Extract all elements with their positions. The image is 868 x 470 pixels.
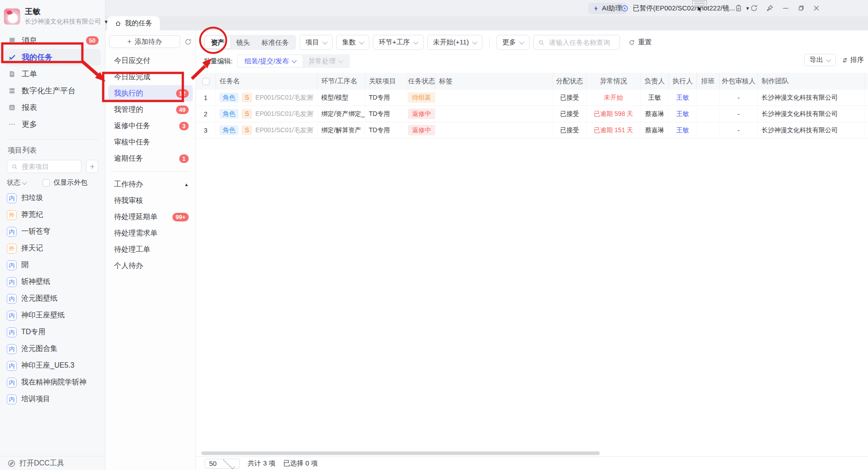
sidebar-item-report[interactable]: 报表 (0, 99, 105, 116)
table-header-cell: 标签 (435, 73, 553, 90)
panel-menu-item-label: 待我审核 (114, 196, 189, 206)
panel-refresh-icon[interactable] (184, 38, 192, 46)
outsource-only-checkbox[interactable] (43, 179, 50, 187)
panel-menu-item[interactable]: 返修中任务3 (108, 118, 193, 134)
panel-menu-item[interactable]: 审核中任务 (108, 134, 193, 150)
panel-menu-item[interactable]: 我管理的49 (108, 101, 193, 118)
table-row[interactable]: 2角色SEP001/SC01/毛发测试SXG绑定/资产绑定_m...TD专用返修… (196, 106, 868, 122)
export-dropdown[interactable]: 导出 (804, 54, 836, 66)
horizontal-scrollbar-thumb[interactable] (201, 451, 600, 455)
sort-button[interactable]: 排序 (842, 56, 864, 64)
panel-menu-item[interactable]: 今日应完成 (108, 69, 193, 85)
more-filters-dropdown[interactable]: 更多 (496, 35, 529, 50)
panel-menu-item[interactable]: 我执行的12 (108, 85, 193, 101)
reset-button[interactable]: 重置 (629, 38, 652, 47)
lightning-icon (593, 5, 599, 12)
project-item[interactable]: 内培训项目 (0, 391, 105, 408)
project-item[interactable]: 内TD专用 (0, 324, 105, 341)
project-type-tag: 内 (7, 294, 17, 304)
add-project-button[interactable] (86, 160, 98, 173)
table-row[interactable]: 1角色SEP001/SC01/毛发测试SXG模型/模型TD专用待组装已接受未开始… (196, 90, 868, 106)
project-search[interactable] (7, 160, 81, 173)
panel-menu-item[interactable]: 待处理工单 (108, 241, 193, 258)
project-name: 沧元图合集 (21, 344, 57, 354)
clipboard-icon[interactable] (734, 4, 743, 12)
project-item[interactable]: 内開 (0, 257, 105, 273)
company-caret-icon[interactable]: ▼ (104, 19, 109, 24)
type-tab-资产[interactable]: 资产 (205, 36, 230, 48)
caret-down-icon: ▼ (745, 6, 750, 11)
project-name: 扫垃圾 (21, 193, 43, 203)
task-search-input[interactable] (548, 38, 615, 47)
project-name: TD专用 (21, 327, 45, 337)
batch-edit-label: 批量编辑: (204, 57, 233, 66)
count-badge: 1 (179, 154, 189, 163)
maximize-icon[interactable] (797, 4, 805, 12)
project-item[interactable]: 内一斩苍穹 (0, 223, 105, 240)
titlebar: AI助理 已暂停(EP002/SC02/shot222/镜... ▼ (105, 0, 868, 16)
page-size-select[interactable]: 50 (205, 459, 240, 469)
project-item[interactable]: 外莽荒纪 (0, 206, 105, 223)
status-filter-dropdown[interactable]: 状态 (7, 178, 26, 187)
user-block[interactable]: 王敏 长沙神漫文化科技有限公司 ▼ (0, 0, 105, 30)
batch-assemble-dropdown[interactable]: 组装/提交/发布 (238, 55, 302, 67)
refresh-icon[interactable] (750, 4, 758, 12)
project-item[interactable]: 内沧元图壁纸 (0, 290, 105, 307)
panel-menu-item[interactable]: 今日应交付 (108, 53, 193, 69)
project-item[interactable]: 内神印王座_UE5.3 (0, 357, 105, 374)
sidebar-item-more[interactable]: 更多 (0, 116, 105, 133)
filter-dropdown[interactable]: 未开始(+11) (427, 35, 482, 50)
project-cell: TD专用 (365, 122, 408, 138)
table-empty-area (196, 139, 868, 451)
sidebar-item-platform[interactable]: 数字化生产平台 (0, 82, 105, 99)
avatar[interactable] (4, 8, 20, 25)
minimize-icon[interactable] (782, 4, 790, 12)
project-item[interactable]: 内沧元图合集 (0, 341, 105, 357)
row-index-cell: 2 (196, 106, 216, 122)
project-search-row (0, 160, 105, 173)
task-search[interactable] (533, 35, 620, 50)
project-type-tag: 内 (7, 260, 17, 270)
project-item[interactable]: 内斩神壁纸 (0, 273, 105, 290)
type-tab-镜头[interactable]: 镜头 (230, 36, 256, 48)
horizontal-scrollbar (198, 451, 866, 456)
label-cell (435, 122, 553, 138)
close-icon[interactable] (812, 4, 820, 12)
tab-my-tasks[interactable]: 我的任务 (107, 16, 160, 30)
panel-menu-item[interactable]: 待我审核 (108, 192, 193, 209)
sidebar-item-label: 报表 (22, 102, 99, 113)
panel-menu-item[interactable]: 逾期任务1 (108, 150, 193, 167)
open-dcc-button[interactable]: 打开DCC工具 (0, 456, 105, 470)
executor-link[interactable]: 王敏 (677, 94, 689, 102)
pin-icon[interactable] (766, 4, 774, 12)
panel-menu-item[interactable]: 待处理延期单99+ (108, 209, 193, 225)
panel-menu-item[interactable]: 工作待办▲ (108, 176, 193, 192)
task-tag: S (242, 125, 252, 135)
executor-link[interactable]: 王敏 (677, 110, 689, 118)
sidebar-item-tasks[interactable]: 我的任务 (4, 49, 101, 66)
playback-status-dropdown[interactable]: 已暂停(EP002/SC02/shot222/镜... ▼ (621, 2, 750, 14)
project-item[interactable]: 外择天记 (0, 240, 105, 257)
collapse-icon[interactable]: ▲ (184, 182, 189, 187)
panel-menu-item[interactable]: 个人待办 (108, 258, 193, 274)
sidebar-item-message[interactable]: 消息50 (0, 32, 105, 49)
panel-menu-item-label: 逾期任务 (114, 154, 179, 163)
table-row[interactable]: 3角色SEP001/SC01/毛发测试SXG绑定/解算资产TD专用返修中已接受已… (196, 122, 868, 139)
panel-menu-item-label: 待处理需求单 (114, 229, 189, 238)
filter-dropdown[interactable]: 项目 (300, 35, 333, 50)
project-item[interactable]: 内扫垃圾 (0, 190, 105, 206)
project-item[interactable]: 内神印王座壁纸 (0, 307, 105, 324)
executor-link[interactable]: 王敏 (677, 126, 689, 134)
batch-exception-dropdown[interactable]: 异常处理 (302, 55, 349, 67)
filter-dropdown[interactable]: 集数 (336, 35, 369, 50)
add-todo-button[interactable]: + 添加待办 (109, 35, 180, 48)
panel-menu-item[interactable]: 待处理需求单 (108, 225, 193, 241)
filter-dropdown[interactable]: 环节+工序 (373, 35, 424, 50)
project-type-tag: 外 (7, 210, 17, 220)
project-item[interactable]: 内我在精神病院学斩神 (0, 374, 105, 391)
project-name: 神印王座壁纸 (21, 311, 65, 320)
select-all-checkbox[interactable] (202, 78, 210, 85)
sidebar-item-ticket[interactable]: 工单 (0, 66, 105, 82)
type-tab-标准任务[interactable]: 标准任务 (256, 36, 295, 48)
project-search-input[interactable] (21, 162, 77, 171)
